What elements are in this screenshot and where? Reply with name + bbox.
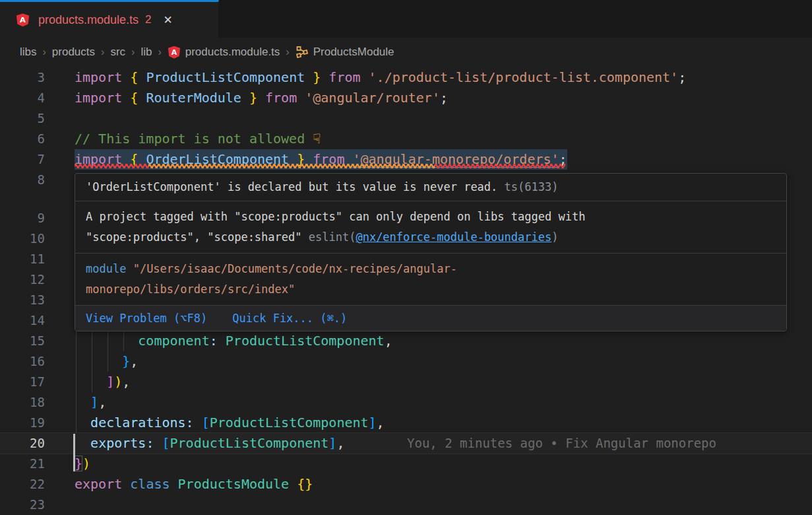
breadcrumb-item-lib[interactable]: lib — [141, 46, 152, 59]
code-token: : — [210, 333, 218, 349]
line-number[interactable]: 8 — [0, 170, 45, 190]
line-number[interactable]: 21 — [0, 454, 45, 474]
line-number[interactable]: 18 — [0, 392, 45, 413]
code-tokens: import { RouterModule } from '@angular/r… — [75, 88, 448, 108]
tab-products-module[interactable]: A products.module.ts 2 ✕ — [0, 0, 219, 38]
code-line[interactable] — [75, 495, 812, 515]
code-token: class — [130, 476, 177, 492]
eslint-rule-link[interactable]: @nx/enforce-module-boundaries — [356, 230, 551, 244]
code-row: 18 ], — [0, 392, 812, 413]
module-path-text1: "/Users/isaac/Documents/code/nx-recipes/… — [133, 262, 457, 275]
breadcrumb-item-productsmodule[interactable]: ProductsModule — [296, 46, 394, 59]
code-row: 19 declarations: [ProductListComponent], — [0, 413, 812, 433]
ts-error-text: 'OrderListComponent' is declared but its… — [86, 180, 497, 193]
line-number[interactable]: 20 — [0, 433, 45, 454]
code-line[interactable]: component: ProductListComponent, — [75, 331, 812, 351]
code-line[interactable]: // This import is not allowed ☟ — [75, 129, 812, 149]
code-line[interactable]: import { RouterModule } from '@angular/r… — [75, 88, 812, 108]
diagnostic-hover-popup: 'OrderListComponent' is declared but its… — [75, 173, 787, 331]
code-line[interactable] — [75, 108, 812, 129]
modified-lines-indicator — [73, 434, 75, 471]
code-token: , — [336, 435, 344, 451]
code-row: 5 — [0, 108, 812, 129]
code-tokens: component: ProductListComponent, — [75, 331, 392, 351]
line-number[interactable]: 5 — [0, 108, 45, 129]
code-token: import — [75, 69, 130, 85]
code-token: import — [75, 90, 130, 106]
eslint-error-line2: "scope:products", "scope:shared" eslint(… — [86, 227, 776, 248]
view-problem-button[interactable]: View Problem (⌥F8) — [86, 309, 207, 327]
code-row: 20 exports: [ProductListComponent],You, … — [0, 433, 812, 454]
breadcrumb-item-products[interactable]: products — [52, 46, 95, 59]
code-token: ) — [114, 374, 122, 390]
code-token: ) — [82, 456, 90, 471]
line-number[interactable]: 6 — [0, 129, 45, 149]
code-token: } — [305, 69, 328, 85]
breadcrumb-item-products-module-ts[interactable]: A products.module.ts — [168, 46, 280, 59]
code-line[interactable]: ], — [75, 392, 812, 413]
code-row: 23 — [0, 495, 812, 515]
code-token: , — [130, 353, 138, 369]
line-number[interactable]: 4 — [0, 88, 45, 108]
breadcrumb-item-src[interactable]: src — [110, 46, 125, 59]
line-number[interactable]: 17 — [0, 372, 45, 392]
line-number[interactable]: 22 — [0, 474, 45, 495]
class-symbol-icon — [296, 46, 309, 59]
code-token: ProductsModule — [178, 476, 297, 492]
line-number[interactable]: 14 — [0, 310, 45, 331]
code-token — [75, 415, 90, 430]
svg-text:A: A — [172, 48, 177, 56]
code-row: 4import { RouterModule } from '@angular/… — [0, 88, 812, 108]
code-line[interactable]: }) — [75, 454, 812, 474]
code-line[interactable]: exports: [ProductListComponent],You, 2 m… — [75, 433, 812, 454]
code-line[interactable]: declarations: [ProductListComponent], — [75, 413, 812, 433]
code-tokens: // This import is not allowed ☟ — [75, 129, 321, 149]
code-token — [75, 435, 90, 451]
line-number[interactable]: 16 — [0, 351, 45, 372]
code-line[interactable]: export class ProductsModule {} — [75, 474, 812, 495]
tab-problem-count: 2 — [145, 13, 151, 26]
code-token: } — [241, 90, 265, 106]
code-token: : — [146, 435, 162, 451]
code-token: , — [98, 394, 106, 410]
tab-title: products.module.ts — [38, 13, 139, 27]
code-editor: 3import { ProductListComponent } from '.… — [0, 66, 812, 515]
code-token: './product-list/product-list.component' — [369, 69, 679, 85]
line-number[interactable]: 9 — [0, 208, 45, 228]
quick-fix-button[interactable]: Quick Fix... (⌘.) — [232, 309, 347, 327]
code-token: ProductListComponent — [146, 69, 305, 85]
breadcrumb: libs›products›src›lib› A products.module… — [0, 38, 812, 66]
code-line[interactable]: ]), — [75, 372, 812, 392]
line-number[interactable]: 15 — [0, 331, 45, 351]
code-token: from — [265, 90, 305, 106]
code-line[interactable]: }, — [75, 351, 812, 372]
code-tokens: }) — [75, 454, 90, 474]
close-icon[interactable]: ✕ — [164, 13, 173, 27]
code-token: {} — [297, 476, 313, 492]
line-number[interactable]: 12 — [0, 269, 45, 290]
code-tokens: ]), — [75, 372, 130, 392]
code-token: exports — [90, 435, 146, 451]
code-token: , — [377, 415, 385, 430]
code-token: // This import is not allowed — [75, 131, 313, 147]
angular-icon: A — [16, 13, 30, 27]
code-token — [75, 374, 106, 390]
line-number[interactable]: 3 — [0, 67, 45, 88]
line-number[interactable]: 13 — [0, 290, 45, 310]
chevron-right-icon: › — [286, 46, 289, 58]
code-token: export — [75, 476, 130, 492]
code-line[interactable]: import { OrderListComponent } from '@ang… — [75, 149, 812, 170]
code-tokens: }, — [75, 351, 138, 372]
code-token: ] — [369, 415, 377, 430]
breadcrumb-item-libs[interactable]: libs — [20, 46, 37, 59]
code-token: } — [75, 456, 82, 471]
svg-text:A: A — [20, 15, 26, 24]
code-line[interactable]: import { ProductListComponent } from './… — [75, 67, 812, 88]
line-number[interactable]: 10 — [0, 228, 45, 249]
chevron-right-icon: › — [131, 46, 135, 58]
line-number[interactable]: 19 — [0, 413, 45, 433]
line-number[interactable]: 7 — [0, 149, 45, 170]
line-number[interactable]: 11 — [0, 249, 45, 269]
code-token: ProductListComponent — [210, 415, 369, 430]
line-number[interactable]: 23 — [0, 495, 45, 515]
